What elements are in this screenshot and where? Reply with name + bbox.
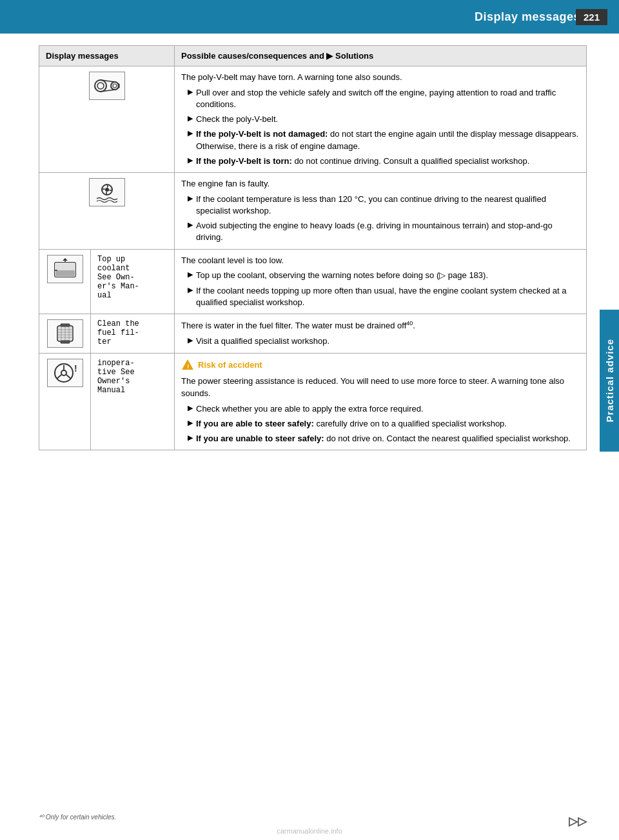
- row4-bullet-1: ▶ Visit a qualified specialist workshop.: [188, 335, 580, 347]
- bullet-arrow-icon: ▶: [188, 270, 193, 279]
- page-number: 221: [576, 9, 607, 25]
- nav-arrows-label[interactable]: ▷▷: [569, 815, 587, 828]
- nav-arrows[interactable]: ▷▷: [569, 814, 587, 828]
- svg-point-25: [61, 370, 66, 375]
- footnote-text: ⁴⁰ Only for certain vehicles.: [39, 814, 116, 821]
- table-col2-header: Possible causes/consequences and ▶ Solut…: [175, 46, 587, 66]
- row4-message-cell: Clean the fuel fil- ter: [91, 314, 175, 353]
- row1-bullet-3: ▶ If the poly-V-belt is not damaged: do …: [188, 128, 580, 152]
- row2-bullet-1-text: If the coolant temperature is less than …: [196, 194, 580, 217]
- main-content: Display messages Possible causes/consequ…: [39, 45, 587, 788]
- side-tab: Practical advice: [600, 310, 619, 452]
- row3-info-cell: The coolant level is too low. ▶ Top up t…: [175, 249, 587, 314]
- row1-bullet-2: ▶ Check the poly-V-belt.: [188, 114, 580, 125]
- bullet-arrow-icon: ▶: [188, 221, 193, 229]
- row2-bullet-1: ▶ If the coolant temperature is less tha…: [188, 194, 580, 217]
- row4-info-text: There is water in the fuel filter. The w…: [181, 319, 580, 332]
- header-bar: Display messages 221: [0, 0, 619, 34]
- svg-text:!: !: [187, 363, 189, 370]
- poly-v-belt-icon: [89, 72, 125, 100]
- site-watermark: carmanualonline.info: [277, 827, 342, 835]
- bold-label: If you are unable to steer safely:: [196, 434, 324, 443]
- row1-bullet-4-text: If the poly-V-belt is torn: do not conti…: [196, 155, 529, 167]
- header-title: Display messages: [475, 10, 580, 24]
- bullet-arrow-icon: ▶: [188, 404, 193, 412]
- svg-point-2: [111, 82, 119, 90]
- table-row: Top up coolant See Own- er's Man- ual Th…: [39, 249, 587, 314]
- bullet-arrow-icon: ▶: [188, 156, 193, 165]
- table-row: The poly-V-belt may have torn. A warning…: [39, 66, 587, 173]
- row2-info-text: The engine fan is faulty.: [181, 178, 580, 190]
- table-row: ! inopera- tive See Owner's Manual !: [39, 353, 587, 450]
- svg-line-28: [66, 375, 71, 379]
- bold-label: If the poly-V-belt is not damaged:: [196, 129, 328, 139]
- bullet-arrow-icon: ▶: [188, 194, 193, 203]
- row5-bullet-1: ▶ Check whether you are able to apply th…: [188, 403, 580, 415]
- svg-line-27: [57, 375, 61, 379]
- warning-triangle-icon: !: [181, 359, 194, 372]
- row1-bullet-1-text: Pull over and stop the vehicle safely an…: [196, 87, 580, 110]
- risk-of-accident-label: Risk of accident: [198, 360, 262, 370]
- bullet-arrow-icon: ▶: [188, 114, 193, 123]
- bold-label: If you are able to steer safely:: [196, 419, 314, 428]
- svg-point-7: [105, 188, 109, 192]
- row1-icon-cell: [39, 66, 175, 173]
- row3-message-cell: Top up coolant See Own- er's Man- ual: [91, 249, 175, 314]
- engine-fan-icon: [89, 178, 125, 206]
- footnote: ⁴⁰ Only for certain vehicles.: [39, 814, 116, 821]
- row4-info-cell: There is water in the fuel filter. The w…: [175, 314, 587, 353]
- svg-text:!: !: [74, 363, 77, 374]
- row3-icon-cell: [39, 249, 91, 314]
- row3-bullet-1-text: Top up the coolant, observing the warnin…: [196, 270, 488, 281]
- row2-icon-cell: [39, 172, 175, 249]
- bullet-arrow-icon: ▶: [188, 286, 193, 294]
- steering-warning-icon: !: [47, 359, 83, 387]
- svg-rect-22: [61, 324, 70, 326]
- risk-of-accident-warning: ! Risk of accident: [181, 359, 580, 372]
- row5-bullet-1-text: Check whether you are able to apply the …: [196, 403, 424, 415]
- row2-bullet-2: ▶ Avoid subjecting the engine to heavy l…: [188, 220, 580, 243]
- row5-bullet-2: ▶ If you are able to steer safely: caref…: [188, 418, 580, 430]
- row5-bullet-3-text: If you are unable to steer safely: do no…: [196, 433, 571, 445]
- side-tab-label: Practical advice: [604, 339, 615, 422]
- svg-marker-12: [63, 258, 68, 261]
- row1-info-text: The poly-V-belt may have torn. A warning…: [181, 72, 580, 84]
- row4-icon-cell: [39, 314, 91, 353]
- row1-bullet-2-text: Check the poly-V-belt.: [196, 114, 278, 125]
- row3-bullet-2-text: If the coolant needs topping up more oft…: [196, 285, 580, 308]
- row2-bullet-2-text: Avoid subjecting the engine to heavy loa…: [196, 220, 580, 243]
- watermark-text: carmanualonline.info: [277, 827, 342, 835]
- fuel-filter-icon: [47, 319, 83, 348]
- row5-bullet-2-text: If you are able to steer safely: careful…: [196, 418, 507, 430]
- table-row: Clean the fuel fil- ter There is water i…: [39, 314, 587, 353]
- bullet-arrow-icon: ▶: [188, 434, 193, 442]
- table-row: The engine fan is faulty. ▶ If the coola…: [39, 172, 587, 249]
- bullet-arrow-icon: ▶: [188, 129, 193, 137]
- svg-rect-23: [61, 341, 70, 343]
- coolant-level-icon: [47, 255, 83, 283]
- row5-bullet-3: ▶ If you are unable to steer safely: do …: [188, 433, 580, 445]
- bullet-arrow-icon: ▶: [188, 88, 193, 96]
- bold-label: If the poly-V-belt is torn:: [196, 156, 292, 166]
- page-background: Display messages 221 Practical advice Di…: [0, 0, 619, 840]
- svg-rect-10: [55, 270, 75, 276]
- row4-bullet-1-text: Visit a qualified specialist workshop.: [196, 335, 329, 347]
- bullet-arrow-icon: ▶: [188, 419, 193, 427]
- row1-bullet-1: ▶ Pull over and stop the vehicle safely …: [188, 87, 580, 110]
- table-col1-header: Display messages: [39, 46, 175, 66]
- row1-bullet-3-text: If the poly-V-belt is not damaged: do no…: [196, 128, 580, 152]
- row5-message-cell: inopera- tive See Owner's Manual: [91, 353, 175, 450]
- row3-bullet-1: ▶ Top up the coolant, observing the warn…: [188, 270, 580, 281]
- row3-info-text: The coolant level is too low.: [181, 255, 580, 267]
- row1-info-cell: The poly-V-belt may have torn. A warning…: [175, 66, 587, 173]
- row1-bullet-4: ▶ If the poly-V-belt is torn: do not con…: [188, 155, 580, 167]
- row2-info-cell: The engine fan is faulty. ▶ If the coola…: [175, 172, 587, 249]
- row3-bullet-2: ▶ If the coolant needs topping up more o…: [188, 285, 580, 308]
- row5-info-text: The power steering assistance is reduced…: [181, 375, 580, 400]
- row5-icon-cell: !: [39, 353, 91, 450]
- bullet-arrow-icon: ▶: [188, 336, 193, 345]
- svg-point-0: [95, 80, 106, 92]
- svg-point-1: [97, 83, 104, 89]
- display-messages-table: Display messages Possible causes/consequ…: [39, 45, 587, 450]
- svg-point-3: [113, 84, 117, 88]
